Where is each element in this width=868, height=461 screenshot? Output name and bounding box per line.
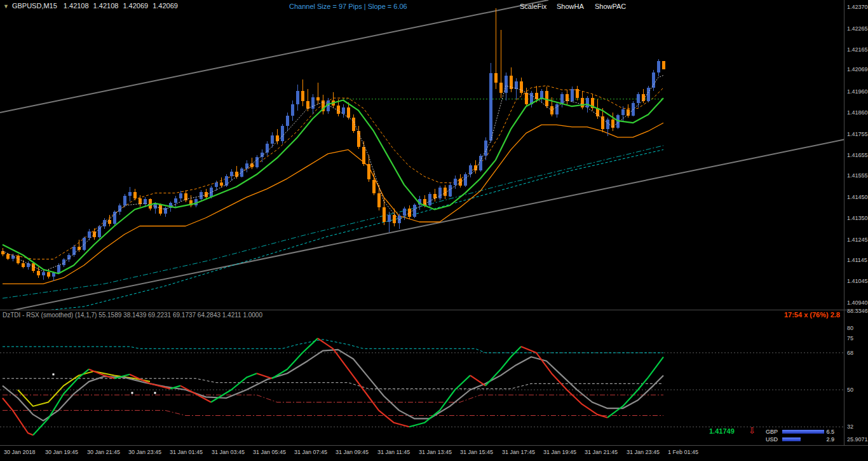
candle-body — [494, 73, 498, 83]
candle-body — [98, 226, 101, 237]
candle-body — [393, 215, 396, 223]
candle-body — [525, 93, 528, 104]
price-axis-label: 1.41555 — [847, 172, 868, 179]
candle-body — [6, 254, 10, 259]
candle-body — [388, 215, 391, 222]
ohlc-low: 1.42069 — [123, 2, 148, 10]
candle-body — [489, 73, 492, 141]
candle-body — [581, 98, 584, 107]
candle-body — [316, 97, 320, 100]
price-axis-label: 1.42069 — [847, 66, 868, 72]
candle-body — [88, 231, 91, 238]
price-axis-label: 1.41350 — [847, 215, 868, 221]
pac-low-orange-solid — [3, 123, 663, 284]
candle-body — [372, 180, 376, 193]
candle-body — [215, 182, 218, 187]
candle-body — [652, 72, 655, 88]
candle-body — [311, 97, 315, 109]
candle-body — [133, 192, 137, 198]
showha-button[interactable]: ShowHA — [557, 3, 584, 10]
time-axis-label: 30 Jan 21:45 — [87, 449, 120, 455]
candle-body — [164, 208, 167, 214]
candle-body — [464, 174, 467, 186]
time-axis[interactable]: 30 Jan 201830 Jan 19:4530 Jan 21:4530 Ja… — [0, 445, 868, 461]
candle-body — [255, 157, 259, 167]
candle-body — [377, 193, 381, 208]
candle-body — [123, 196, 126, 205]
chart-header: ▼GBPUSD,M151.421081.421081.420691.42069 — [3, 2, 182, 10]
candle-body — [642, 94, 645, 101]
candle-body — [32, 263, 35, 271]
signal-dot — [132, 392, 133, 394]
strength-label-gbp: GBP — [766, 429, 778, 435]
candle-body — [220, 182, 223, 186]
indicator-axis-label: 75 — [847, 335, 853, 341]
time-axis-label: 31 Jan 13:45 — [419, 449, 452, 455]
candle-body — [235, 172, 238, 177]
channel-info-label: Channel Size = 97 Pips | Slope = 6.06 — [289, 3, 407, 10]
time-axis-label: 31 Jan 07:45 — [294, 449, 327, 455]
candle-body — [535, 93, 538, 99]
mid-band2-red-dashdot — [3, 395, 663, 402]
symbol-timeframe-label: GBPUSD,M15 — [12, 2, 57, 10]
price-axis[interactable]: 1.423701.422651.421651.420691.419601.418… — [844, 0, 868, 445]
candle-body — [413, 205, 416, 217]
price-axis-label: 1.42370 — [847, 4, 868, 10]
candle-body — [337, 106, 340, 114]
strength-price-label: 1.41749 — [709, 427, 735, 435]
candle-body — [449, 185, 452, 196]
candle-body — [245, 163, 248, 169]
signal-dot — [53, 373, 55, 375]
axis-separator — [844, 310, 868, 310]
time-axis-label: 30 Jan 2018 — [4, 449, 36, 455]
price-chart-canvas[interactable] — [0, 0, 844, 310]
candle-body — [271, 135, 274, 144]
candle-body — [433, 194, 437, 198]
symbol-dropdown-icon[interactable]: ▼ — [3, 3, 9, 10]
time-axis-label: 31 Jan 23:45 — [627, 449, 660, 455]
rsx-line-segment — [180, 386, 211, 403]
indicator-canvas[interactable] — [0, 310, 844, 445]
time-axis-label: 31 Jan 11:45 — [377, 449, 410, 455]
candle-body — [194, 199, 198, 205]
candle-body — [606, 120, 609, 129]
candle-body — [459, 179, 462, 186]
candle-body — [240, 169, 243, 176]
price-axis-label: 1.42165 — [847, 46, 868, 53]
time-axis-label: 31 Jan 17:45 — [502, 449, 535, 455]
candle-body — [230, 172, 233, 177]
rsx-line-segment — [470, 375, 485, 385]
candle-body — [469, 165, 472, 174]
strength-value-gbp: 6.5 — [826, 429, 834, 435]
candle-body — [128, 192, 132, 196]
scalefix-button[interactable]: ScaleFix — [520, 3, 546, 10]
candle-body — [291, 104, 294, 116]
down-arrow-icon: ⇩ — [749, 426, 756, 436]
price-axis-label: 1.41655 — [847, 152, 868, 158]
candle-body — [520, 81, 523, 93]
candle-body — [113, 212, 116, 224]
candle-timer-label: 17:54 x (76%) 2.8 — [731, 311, 840, 319]
candle-body — [57, 265, 60, 273]
candle-body — [499, 83, 503, 93]
candle-body — [22, 263, 25, 267]
price-axis-label: 1.41145 — [847, 257, 867, 263]
time-axis-label: 31 Jan 19:45 — [543, 449, 576, 455]
candle-body — [286, 116, 289, 126]
signal-line-gray — [3, 350, 663, 421]
candle-body — [586, 98, 589, 107]
slow-ma-cyan-dashdot — [3, 146, 663, 298]
time-axis-label: 1 Feb 01:45 — [668, 449, 698, 455]
candle-body — [296, 91, 299, 104]
time-axis-label: 31 Jan 21:45 — [585, 449, 618, 455]
candlestick-series — [1, 8, 665, 281]
candle-body — [515, 81, 518, 88]
time-axis-label: 31 Jan 03:45 — [212, 449, 245, 455]
candle-body — [179, 193, 182, 198]
candle-body — [474, 165, 477, 170]
candle-body — [555, 104, 559, 114]
showpac-button[interactable]: ShowPAC — [595, 3, 626, 10]
strength-bar-gbp — [782, 430, 824, 434]
mt4-chart-window: ▼GBPUSD,M151.421081.421081.420691.42069 … — [0, 0, 868, 461]
candle-body — [357, 131, 360, 146]
